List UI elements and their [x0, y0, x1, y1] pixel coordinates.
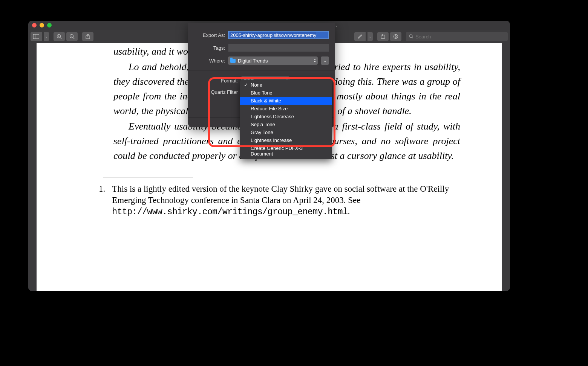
footnote-number: 1. — [99, 183, 105, 218]
tags-input[interactable] — [228, 44, 329, 52]
zoom-in-button[interactable] — [54, 32, 65, 41]
quartz-filter-option[interactable]: Lightness Decrease — [240, 113, 332, 120]
chevron-down-icon: ⌄ — [369, 35, 372, 38]
rotate-button[interactable] — [377, 32, 389, 41]
pen-tip-icon — [393, 34, 398, 39]
svg-line-14 — [412, 37, 413, 38]
where-row: Where: Digital Trends ▲▼ ⌄ — [188, 53, 335, 66]
chevron-down-icon: ⌄ — [323, 59, 326, 63]
where-label: Where: — [194, 58, 225, 64]
footnote-end: . — [348, 207, 350, 216]
export-as-label: Export As: — [194, 32, 225, 38]
quartz-filter-dropdown: NoneBlue ToneBlack & WhiteReduce File Si… — [240, 79, 332, 159]
where-value: Digital Trends — [238, 58, 268, 64]
pencil-icon — [357, 34, 363, 39]
footnote-rule — [103, 177, 193, 177]
expand-where-button[interactable]: ⌄ — [321, 56, 329, 65]
quartz-filter-option[interactable]: Black & White — [240, 97, 332, 105]
updown-icon: ▲▼ — [314, 58, 316, 63]
where-select[interactable]: Digital Trends ▲▼ — [228, 56, 318, 65]
close-button[interactable] — [32, 23, 37, 27]
svg-line-3 — [60, 38, 62, 39]
markup-menu-button[interactable]: ⌄ — [368, 32, 373, 41]
quartz-filter-option[interactable]: Sepia Tone — [240, 120, 332, 128]
format-label: Format: — [194, 78, 238, 84]
markup-toolbar-button[interactable] — [390, 32, 401, 41]
zoom-button[interactable] — [47, 23, 52, 27]
rotate-icon — [380, 34, 386, 39]
zoom-out-button[interactable] — [66, 32, 78, 41]
svg-point-13 — [409, 35, 412, 38]
markup-button[interactable] — [354, 32, 366, 41]
quartz-filter-option[interactable]: None — [240, 81, 332, 89]
zoom-in-icon — [57, 34, 62, 39]
quartz-filter-label: Quartz Filter — [194, 89, 238, 95]
search-field[interactable] — [406, 32, 508, 41]
tags-label: Tags: — [194, 45, 225, 51]
folder-icon — [230, 59, 236, 63]
share-icon — [86, 34, 90, 39]
quartz-filter-option[interactable]: Reduce File Size — [240, 105, 332, 113]
search-input[interactable] — [415, 34, 505, 40]
sidebar-toggle-button[interactable] — [31, 32, 42, 41]
minimize-button[interactable] — [40, 23, 44, 27]
search-icon — [409, 34, 413, 39]
chevron-down-icon: ⌄ — [45, 35, 48, 38]
footnote: 1. This is a lightly edited version of t… — [99, 183, 450, 218]
traffic-lights — [32, 23, 52, 27]
svg-rect-0 — [33, 34, 39, 39]
sidebar-menu-button[interactable]: ⌄ — [44, 32, 49, 41]
sidebar-icon — [33, 34, 39, 39]
svg-line-7 — [73, 38, 75, 39]
share-button[interactable] — [82, 32, 93, 41]
export-as-input[interactable]: 2005-shirky-agroupisitsownworstenemy — [228, 31, 329, 39]
footnote-text: This is a lightly edited version of the … — [112, 184, 449, 205]
footnote-url: http://www.shirky.com/writings/group_ene… — [112, 207, 348, 217]
svg-rect-11 — [381, 35, 385, 38]
divider — [188, 70, 335, 70]
export-as-value: 2005-shirky-agroupisitsownworstenemy — [230, 32, 316, 38]
quartz-filter-option[interactable]: Create Generic PDFX-3 Document — [240, 144, 332, 158]
quartz-filter-option[interactable]: Gray Tone — [240, 128, 332, 136]
quartz-filter-option[interactable]: Lightness Increase — [240, 136, 332, 144]
export-as-row: Export As: 2005-shirky-agroupisitsownwor… — [188, 23, 335, 41]
zoom-out-icon — [69, 34, 75, 39]
tags-row: Tags: — [188, 41, 335, 53]
footnote-body: This is a lightly edited version of the … — [112, 183, 450, 218]
quartz-filter-option[interactable]: Blue Tone — [240, 89, 332, 97]
